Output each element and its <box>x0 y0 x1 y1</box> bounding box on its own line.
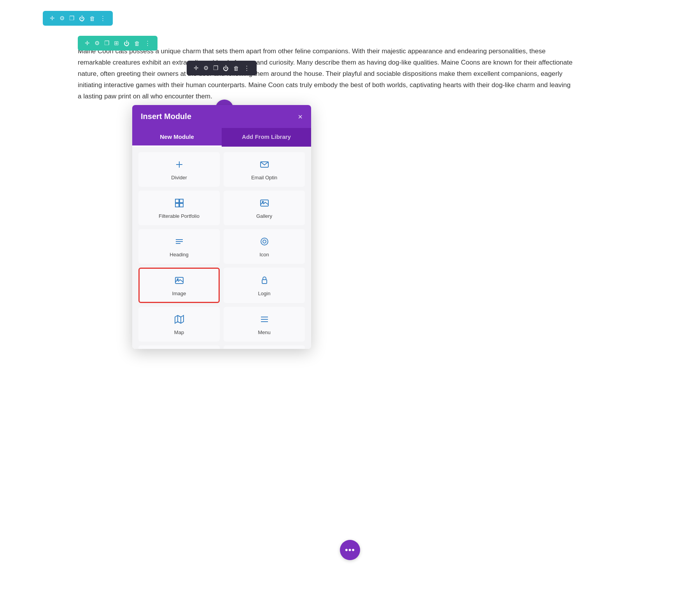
svg-rect-3 <box>175 199 179 203</box>
heading-icon <box>175 237 184 249</box>
grid-icon-teal[interactable]: ⊞ <box>114 40 119 47</box>
map-icon <box>175 315 184 326</box>
more-icon-dark[interactable]: ⋮ <box>244 65 250 72</box>
menu-label: Menu <box>258 329 271 335</box>
more-options-button[interactable]: ••• <box>340 540 360 560</box>
gallery-icon <box>260 198 269 210</box>
power-icon-dark[interactable]: ⏻ <box>223 65 229 72</box>
icon-label: Icon <box>259 252 269 257</box>
toolbar-blue[interactable]: ✛ ⚙ ❐ ⏻ 🗑 ⋮ <box>43 11 113 26</box>
module-item-icon[interactable]: Icon <box>224 229 305 264</box>
menu-icon <box>260 315 269 326</box>
divider-icon <box>175 160 184 172</box>
module-item-gallery[interactable]: Gallery <box>224 191 305 225</box>
module-item-number-counter[interactable]: #Number Counter <box>138 345 220 349</box>
more-icon-teal[interactable]: ⋮ <box>145 40 150 47</box>
settings-icon-dark[interactable]: ⚙ <box>203 65 208 72</box>
content-body: Maine Coon cats possess a unique charm t… <box>78 46 576 102</box>
move-icon[interactable]: ✛ <box>50 15 55 22</box>
module-item-map[interactable]: Map <box>138 307 220 342</box>
image-icon <box>175 276 184 287</box>
module-item-email-optin[interactable]: Email Optin <box>224 152 305 187</box>
email-optin-label: Email Optin <box>251 175 277 180</box>
login-label: Login <box>258 291 271 296</box>
content-text: Maine Coon cats possess a unique charm t… <box>78 47 572 100</box>
email-optin-icon <box>260 160 269 172</box>
module-item-login[interactable]: Login <box>224 268 305 303</box>
map-label: Map <box>174 329 184 335</box>
settings-icon-teal[interactable]: ⚙ <box>94 40 100 47</box>
divider-label: Divider <box>171 175 187 180</box>
heading-label: Heading <box>170 252 188 257</box>
svg-point-8 <box>262 201 263 203</box>
power-icon[interactable]: ⏻ <box>79 15 85 22</box>
svg-point-15 <box>177 279 178 280</box>
module-item-filterable-portfolio[interactable]: Filterable Portfolio <box>138 191 220 225</box>
module-item-divider[interactable]: Divider <box>138 152 220 187</box>
svg-point-13 <box>263 240 266 243</box>
trash-icon[interactable]: 🗑 <box>89 15 95 22</box>
dialog-title: Insert Module <box>141 112 191 121</box>
trash-icon-dark[interactable]: 🗑 <box>233 65 239 72</box>
module-item-heading[interactable]: Heading <box>138 229 220 264</box>
dialog-header: Insert Module × <box>132 105 311 128</box>
move-icon-teal[interactable]: ✛ <box>85 40 90 47</box>
dialog-tabs: New Module Add From Library <box>132 128 311 147</box>
copy-icon[interactable]: ❐ <box>69 15 74 22</box>
gallery-label: Gallery <box>256 213 272 219</box>
trash-icon-teal[interactable]: 🗑 <box>134 40 140 47</box>
move-icon-dark[interactable]: ✛ <box>194 65 199 72</box>
image-label: Image <box>172 291 186 296</box>
insert-module-dialog: Insert Module × New Module Add From Libr… <box>132 105 311 349</box>
svg-point-12 <box>261 238 268 245</box>
module-grid: DividerEmail OptinFilterable PortfolioGa… <box>132 147 311 349</box>
tab-add-from-library[interactable]: Add From Library <box>222 128 311 147</box>
icon-icon <box>260 237 269 249</box>
dialog-close-button[interactable]: × <box>298 113 303 121</box>
filterable-portfolio-label: Filterable Portfolio <box>159 213 200 219</box>
svg-rect-6 <box>180 203 183 207</box>
svg-rect-5 <box>175 203 179 207</box>
module-item-menu[interactable]: Menu <box>224 307 305 342</box>
module-item-person[interactable]: Person <box>224 345 305 349</box>
toolbar-teal[interactable]: ✛ ⚙ ❐ ⊞ ⏻ 🗑 ⋮ <box>78 36 158 51</box>
copy-icon-teal[interactable]: ❐ <box>104 40 109 47</box>
svg-rect-16 <box>262 280 267 284</box>
login-icon <box>260 276 269 287</box>
settings-icon[interactable]: ⚙ <box>60 15 65 22</box>
module-item-image[interactable]: Image <box>138 268 220 303</box>
copy-icon-dark[interactable]: ❐ <box>213 65 218 72</box>
toolbar-dark[interactable]: ✛ ⚙ ❐ ⏻ 🗑 ⋮ <box>187 61 257 75</box>
svg-marker-17 <box>175 315 184 323</box>
filterable-portfolio-icon <box>175 198 184 210</box>
more-icon[interactable]: ⋮ <box>100 15 106 22</box>
power-icon-teal[interactable]: ⏻ <box>124 40 130 47</box>
tab-new-module[interactable]: New Module <box>132 128 222 147</box>
svg-rect-4 <box>180 199 183 203</box>
